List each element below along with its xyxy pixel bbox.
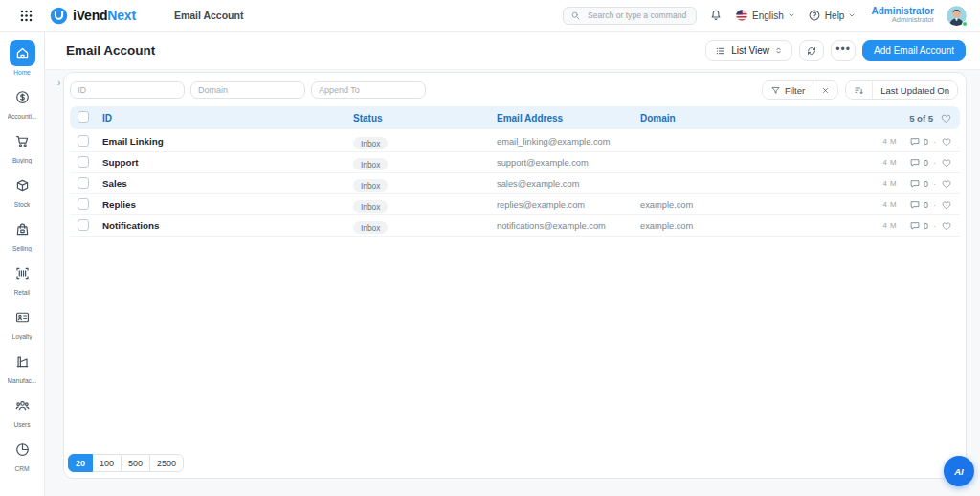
row-modified: 4 M — [883, 179, 898, 188]
comment-icon — [909, 178, 921, 190]
add-email-account-button[interactable]: Add Email Account — [862, 40, 966, 61]
sidebar-item-crm[interactable]: CRM — [0, 437, 44, 472]
row-checkbox[interactable] — [78, 156, 89, 168]
sidebar-item-stock[interactable]: Stock — [0, 172, 44, 208]
sidebar-item-loyalty[interactable]: Loyalty — [0, 304, 44, 340]
like-icon[interactable] — [941, 220, 952, 232]
row-id-link[interactable]: Sales — [102, 178, 353, 189]
loyalty-card-icon — [10, 304, 35, 330]
breadcrumb[interactable]: Email Account — [174, 10, 244, 21]
row-id-link[interactable]: Support — [102, 157, 353, 168]
language-selector[interactable]: English — [735, 9, 795, 22]
us-flag-icon — [735, 9, 748, 22]
record-count[interactable]: 5 of 5 — [909, 113, 933, 124]
row-id-link[interactable]: Replies — [102, 199, 353, 210]
table-row[interactable]: Support Inbox support@example.com 4 M 0 … — [70, 152, 960, 173]
table-row[interactable]: Notifications Inbox notifications@exampl… — [70, 215, 960, 237]
like-icon[interactable] — [941, 136, 952, 147]
sidebar-item-retail[interactable]: Retail — [0, 260, 44, 296]
sidebar-item-manufacturing[interactable]: Manufac... — [0, 349, 44, 384]
factory-icon — [10, 349, 35, 374]
page-length-option[interactable]: 2500 — [149, 454, 184, 472]
page-length-option[interactable]: 500 — [121, 454, 150, 472]
filter-button-group: Filter — [762, 80, 838, 100]
like-icon[interactable] — [941, 199, 952, 211]
sidebar-item-users[interactable]: Users — [0, 393, 44, 428]
clear-filter-button[interactable] — [813, 81, 837, 99]
sort-direction-button[interactable] — [846, 81, 872, 99]
global-search[interactable] — [563, 7, 697, 25]
search-input[interactable] — [586, 10, 689, 21]
view-selector-label: List View — [731, 45, 769, 56]
app-logo[interactable]: iVendNext — [50, 7, 136, 25]
sidebar-item-home[interactable]: Home — [0, 40, 44, 76]
refresh-button[interactable] — [799, 40, 824, 61]
help-label: Help — [825, 11, 845, 21]
ai-assistant-button[interactable]: AI — [944, 456, 974, 486]
user-role: Administrator — [892, 16, 934, 25]
home-icon — [10, 40, 35, 66]
row-checkbox[interactable] — [78, 177, 89, 189]
sort-field-button[interactable]: Last Updated On — [872, 81, 957, 99]
liked-filter-heart-icon[interactable] — [940, 112, 952, 124]
help-menu[interactable]: Help — [808, 9, 857, 22]
notifications-bell-icon[interactable] — [709, 9, 723, 22]
barcode-icon — [10, 260, 35, 286]
like-icon[interactable] — [941, 178, 952, 190]
row-checkbox[interactable] — [78, 135, 89, 147]
menu-button[interactable]: ••• — [831, 40, 856, 61]
sidebar-expand-toggle[interactable]: › — [57, 78, 60, 88]
row-email: sales@example.com — [497, 179, 640, 189]
help-icon — [808, 9, 821, 22]
bag-icon — [10, 216, 35, 242]
accounting-icon — [10, 84, 35, 110]
avatar[interactable] — [947, 6, 967, 26]
row-checkbox[interactable] — [78, 219, 89, 231]
like-icon[interactable] — [941, 157, 952, 169]
caret-updown-icon — [774, 46, 783, 55]
sidebar-item-buying[interactable]: Buying — [0, 128, 44, 164]
comment-count: 0 — [909, 199, 928, 211]
filter-button[interactable]: Filter — [763, 81, 813, 99]
user-menu[interactable]: Administrator Administrator — [871, 6, 934, 25]
list-view-icon — [715, 45, 726, 56]
box-icon — [10, 172, 35, 198]
status-badge: Inbox — [353, 200, 388, 213]
cart-icon — [10, 128, 35, 154]
apps-grid-icon[interactable] — [15, 5, 36, 26]
row-id-link[interactable]: Notifications — [102, 220, 353, 231]
row-checkbox[interactable] — [78, 198, 89, 210]
list-header: ID Status Email Address Domain 5 of 5 — [70, 106, 960, 129]
row-domain: example.com — [640, 200, 784, 210]
table-row[interactable]: Replies Inbox replies@example.com exampl… — [70, 194, 960, 215]
sidebar-item-accounting[interactable]: Accounti... — [0, 84, 44, 120]
table-row[interactable]: Sales Inbox sales@example.com 4 M 0 · — [70, 173, 960, 194]
users-icon — [10, 393, 35, 418]
status-badge: Inbox — [353, 179, 388, 192]
row-modified: 4 M — [883, 137, 898, 146]
comment-count: 0 — [909, 220, 928, 232]
filter-append-to-input[interactable] — [311, 81, 426, 99]
page-head: Email Account List View ••• Add Email Ac… — [45, 32, 980, 70]
page-title: Email Account — [66, 43, 155, 57]
app-window: iVendNext Email Account English Help — [0, 0, 980, 496]
ellipsis-icon: ••• — [835, 49, 851, 53]
language-label: English — [752, 11, 784, 21]
row-modified: 4 M — [883, 158, 898, 167]
column-header-status: Status — [353, 113, 497, 124]
page-length-option[interactable]: 100 — [92, 454, 122, 472]
status-badge: Inbox — [353, 158, 388, 170]
sidebar-item-selling[interactable]: Selling — [0, 216, 44, 252]
page-length-option[interactable]: 20 — [68, 454, 93, 472]
close-icon — [821, 86, 830, 95]
view-selector-button[interactable]: List View — [705, 40, 792, 61]
filter-id-input[interactable] — [70, 81, 185, 99]
logo-mark-icon — [50, 7, 68, 25]
table-row[interactable]: Email Linking Inbox email_linking@exampl… — [70, 131, 960, 152]
chevron-down-icon — [848, 11, 856, 19]
row-id-link[interactable]: Email Linking — [102, 136, 353, 147]
online-status-dot — [962, 21, 968, 27]
filter-domain-input[interactable] — [190, 81, 305, 99]
select-all-checkbox[interactable] — [78, 111, 89, 123]
list-rows: Email Linking Inbox email_linking@exampl… — [70, 131, 960, 237]
